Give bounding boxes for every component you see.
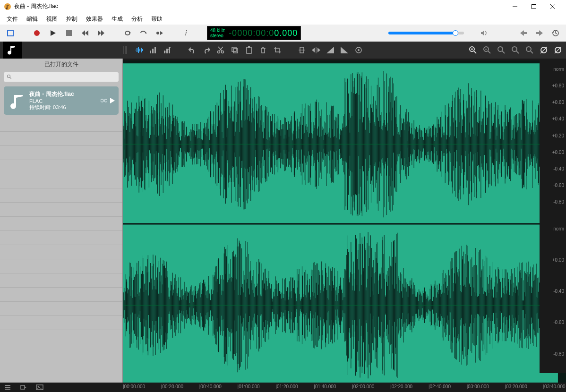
menu-generate[interactable]: 生成 xyxy=(108,14,127,24)
nav-forward-button[interactable] xyxy=(534,27,545,39)
sidebar: 已打开的文件 夜曲 - 周杰伦.flac FLAC 持续时间: 03:46 xyxy=(0,59,123,383)
spectrogram-view-button[interactable] xyxy=(163,45,173,55)
nav-back-button[interactable] xyxy=(518,27,529,39)
svg-rect-29 xyxy=(154,47,156,53)
list-view-icon[interactable] xyxy=(4,383,11,391)
play-button[interactable] xyxy=(47,27,59,39)
menu-file[interactable]: 文件 xyxy=(3,14,22,24)
file-format-label: FLAC xyxy=(29,98,101,104)
editing-toolbar xyxy=(0,42,566,59)
svg-line-56 xyxy=(488,51,490,53)
svg-rect-71 xyxy=(104,99,107,102)
fade-out-button[interactable] xyxy=(339,45,350,55)
spectrum-view-button[interactable] xyxy=(148,45,159,55)
normalize-button[interactable] xyxy=(353,45,364,55)
maximize-button[interactable] xyxy=(524,0,543,13)
minimize-button[interactable] xyxy=(506,0,524,13)
copy-button[interactable] xyxy=(230,45,240,55)
svg-marker-45 xyxy=(317,48,320,52)
svg-rect-40 xyxy=(247,47,251,53)
svg-rect-28 xyxy=(152,49,154,53)
sample-rate-label: 48 kHz xyxy=(210,28,225,33)
file-card[interactable]: 夜曲 - 周杰伦.flac FLAC 持续时间: 03:46 xyxy=(4,86,119,115)
crop-button[interactable] xyxy=(272,45,283,55)
play-file-icon[interactable] xyxy=(110,98,115,103)
svg-point-15 xyxy=(156,32,159,34)
grip-icon[interactable] xyxy=(120,45,130,55)
app-logo-icon xyxy=(3,42,22,59)
zoom-in-button[interactable] xyxy=(468,45,478,55)
info-button[interactable]: i xyxy=(180,27,192,39)
speaker-icon[interactable] xyxy=(478,27,489,39)
zoom-fit-button[interactable] xyxy=(496,45,506,55)
svg-marker-44 xyxy=(312,48,315,52)
volume-slider[interactable] xyxy=(388,32,464,34)
time-gray: -0000:00:0 xyxy=(229,28,274,38)
svg-rect-1842 xyxy=(21,385,25,389)
loop-single-button[interactable] xyxy=(154,27,165,39)
menu-effects[interactable]: 效果器 xyxy=(82,14,107,24)
svg-rect-74 xyxy=(123,60,566,63)
undo-button[interactable] xyxy=(187,45,197,55)
svg-rect-5 xyxy=(8,30,13,36)
svg-marker-11 xyxy=(98,30,101,36)
svg-rect-38 xyxy=(232,47,236,51)
fade-in-button[interactable] xyxy=(325,45,335,55)
fast-forward-button[interactable] xyxy=(95,27,107,39)
vertical-zoom-out-button[interactable] xyxy=(553,45,563,55)
svg-line-63 xyxy=(531,51,533,53)
reverse-button[interactable] xyxy=(311,45,321,55)
svg-marker-9 xyxy=(82,30,85,36)
menu-control[interactable]: 控制 xyxy=(62,14,81,24)
window-title: 夜曲 - 周杰伦.flac xyxy=(14,2,506,10)
svg-point-6 xyxy=(34,30,40,36)
vertical-zoom-in-button[interactable] xyxy=(539,45,549,55)
menu-view[interactable]: 视图 xyxy=(43,14,61,24)
menu-help[interactable]: 帮助 xyxy=(147,14,166,24)
file-duration-label: 持续时间: 03:46 xyxy=(29,104,101,111)
loop-section-button[interactable] xyxy=(138,27,149,39)
link-icon xyxy=(101,98,107,103)
search-input[interactable] xyxy=(4,72,119,82)
image-icon[interactable] xyxy=(36,383,43,391)
svg-rect-19 xyxy=(524,32,527,34)
redo-button[interactable] xyxy=(201,45,212,55)
svg-rect-27 xyxy=(150,51,151,53)
svg-line-59 xyxy=(502,51,505,53)
close-button[interactable] xyxy=(543,0,562,13)
transport-toolbar: i 48 kHz stereo -0000:00:00.000 xyxy=(0,25,566,42)
main-area: 已打开的文件 夜曲 - 周杰伦.flac FLAC 持续时间: 03:46 xyxy=(0,59,566,383)
rewind-button[interactable] xyxy=(79,27,91,39)
svg-marker-16 xyxy=(160,31,163,35)
app-icon xyxy=(4,3,11,10)
delete-button[interactable] xyxy=(258,45,268,55)
svg-marker-72 xyxy=(110,98,115,103)
zoom-selection-button[interactable] xyxy=(510,45,521,55)
file-name-label: 夜曲 - 周杰伦.flac xyxy=(29,90,101,98)
svg-marker-7 xyxy=(51,30,56,36)
waveform-view-button[interactable] xyxy=(134,45,145,55)
paste-button[interactable] xyxy=(244,45,254,55)
waveform-area[interactable]: norm+0.80+0.60+0.40+0.20+0.00-0.40-0.60-… xyxy=(123,59,566,383)
stop-button[interactable] xyxy=(63,27,75,39)
svg-rect-8 xyxy=(66,30,72,36)
menu-edit[interactable]: 编辑 xyxy=(23,14,42,24)
svg-rect-41 xyxy=(248,46,250,48)
selection-tool-button[interactable] xyxy=(5,27,16,39)
record-button[interactable] xyxy=(31,27,43,39)
loop-button[interactable] xyxy=(122,27,133,39)
sidebar-empty-slots xyxy=(0,118,122,383)
zoom-out-button[interactable] xyxy=(482,45,492,55)
svg-point-60 xyxy=(512,47,517,51)
history-button[interactable] xyxy=(550,27,561,39)
svg-rect-20 xyxy=(536,32,539,34)
zoom-1to1-button[interactable] xyxy=(524,45,535,55)
svg-marker-10 xyxy=(85,30,88,36)
cut-button[interactable] xyxy=(215,45,226,55)
amplitude-ruler: norm+0.80+0.60+0.40+0.20+0.00-0.40-0.60-… xyxy=(540,60,566,373)
time-ruler[interactable]: |00:00.000|00:20.000|00:40.000|01:00.000… xyxy=(0,383,566,392)
waveform-canvas[interactable]: norm+0.80+0.60+0.40+0.20+0.00-0.40-0.60-… xyxy=(123,60,566,383)
silence-button[interactable] xyxy=(297,45,307,55)
output-icon[interactable] xyxy=(20,383,27,391)
menu-analyze[interactable]: 分析 xyxy=(128,14,146,24)
